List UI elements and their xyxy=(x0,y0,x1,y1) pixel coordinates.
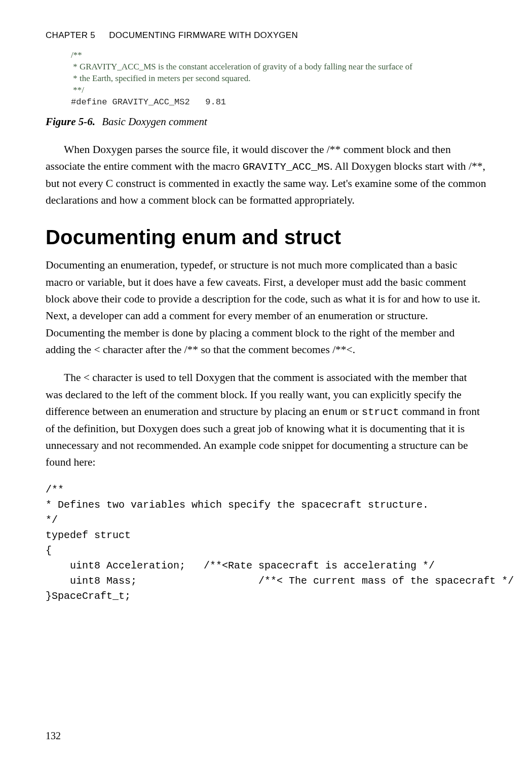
code-line: * GRAVITY_ACC_MS is the constant acceler… xyxy=(71,62,412,71)
page: Chapter 5 Documenting Firmware with Doxy… xyxy=(0,0,532,760)
body-paragraph-2: Documenting an enumeration, typedef, or … xyxy=(46,257,486,358)
code-line: * the Earth, specified in meters per sec… xyxy=(71,73,251,83)
body-paragraph-1: When Doxygen parses the source file, it … xyxy=(46,141,486,209)
page-number: 132 xyxy=(46,730,61,742)
code-block: /** * Defines two variables which specif… xyxy=(46,482,486,604)
chapter-label: Chapter 5 xyxy=(46,30,95,41)
inline-code: GRAVITY_ACC_MS xyxy=(243,161,330,173)
chapter-title: Documenting Firmware with Doxygen xyxy=(109,30,298,41)
figure-code-block: /** * GRAVITY_ACC_MS is the constant acc… xyxy=(71,50,476,108)
body-paragraph-3: The < character is used to tell Doxygen … xyxy=(46,369,486,471)
section-heading: Documenting enum and struct xyxy=(46,226,486,249)
figure-text: Basic Doxygen comment xyxy=(102,116,207,128)
inline-code: enum xyxy=(322,406,347,418)
code-line: **/ xyxy=(71,85,84,95)
figure-label: Figure 5-6. xyxy=(46,116,95,128)
code-line: #define GRAVITY_ACC_MS2 9.81 xyxy=(71,97,226,107)
code-line: /** xyxy=(71,50,82,60)
figure-caption: Figure 5-6. Basic Doxygen comment xyxy=(46,116,486,128)
running-header: Chapter 5 Documenting Firmware with Doxy… xyxy=(46,30,486,41)
text-run: or xyxy=(347,405,362,417)
inline-code: struct xyxy=(362,406,399,418)
